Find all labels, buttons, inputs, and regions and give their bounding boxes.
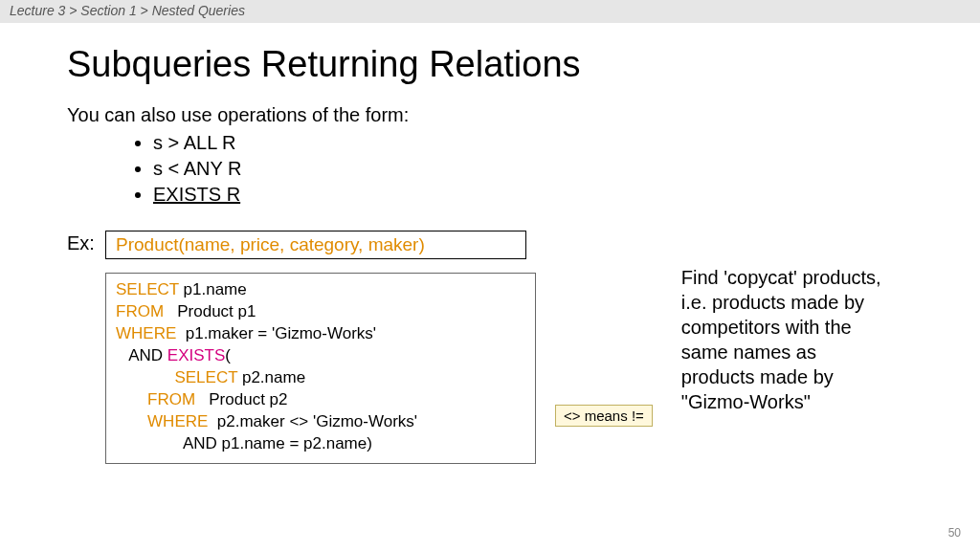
schema-box: Product(name, price, category, maker)	[105, 231, 526, 259]
code-text: (	[225, 346, 231, 364]
code-text: p1.maker = 'Gizmo-Works'	[176, 324, 376, 342]
lower-row: SELECT p1.name FROM Product p1 WHERE p1.…	[67, 273, 913, 464]
sql-code-box: SELECT p1.name FROM Product p1 WHERE p1.…	[105, 273, 536, 464]
code-text: p1.name	[179, 280, 247, 298]
slide-title: Subqueries Returning Relations	[67, 44, 913, 85]
kw-select: SELECT	[174, 368, 237, 386]
code-text	[116, 412, 147, 430]
code-text: AND	[116, 346, 167, 364]
callout-note: <> means !=	[555, 405, 653, 427]
op-item: s > ALL R	[153, 130, 913, 156]
explanation-text: Find 'copycat' products, i.e. products m…	[681, 265, 892, 414]
kw-select: SELECT	[116, 280, 179, 298]
code-text	[116, 390, 147, 408]
code-text: AND p1.name = p2.name)	[116, 434, 372, 452]
code-text: p2.maker <> 'Gizmo-Works'	[208, 412, 417, 430]
op-item-exists: EXISTS R	[153, 182, 913, 208]
kw-where: WHERE	[116, 324, 176, 342]
intro-text: You can also use operations of the form:	[67, 104, 913, 126]
page-number: 50	[948, 526, 961, 540]
breadcrumb: Lecture 3 > Section 1 > Nested Queries	[0, 0, 980, 23]
operations-list: s > ALL R s < ANY R EXISTS R	[153, 130, 913, 208]
example-label: Ex:	[67, 231, 105, 254]
kw-from: FROM	[147, 390, 195, 408]
example-row: Ex: Product(name, price, category, maker…	[67, 231, 913, 259]
kw-from: FROM	[116, 302, 164, 320]
op-item: s < ANY R	[153, 156, 913, 182]
code-text: Product p1	[164, 302, 256, 320]
code-text: Product p2	[195, 390, 287, 408]
code-text	[116, 368, 174, 386]
kw-where: WHERE	[147, 412, 208, 430]
kw-exists: EXISTS	[167, 346, 225, 364]
code-text: p2.name	[237, 368, 305, 386]
slide-content: Subqueries Returning Relations You can a…	[0, 23, 980, 464]
